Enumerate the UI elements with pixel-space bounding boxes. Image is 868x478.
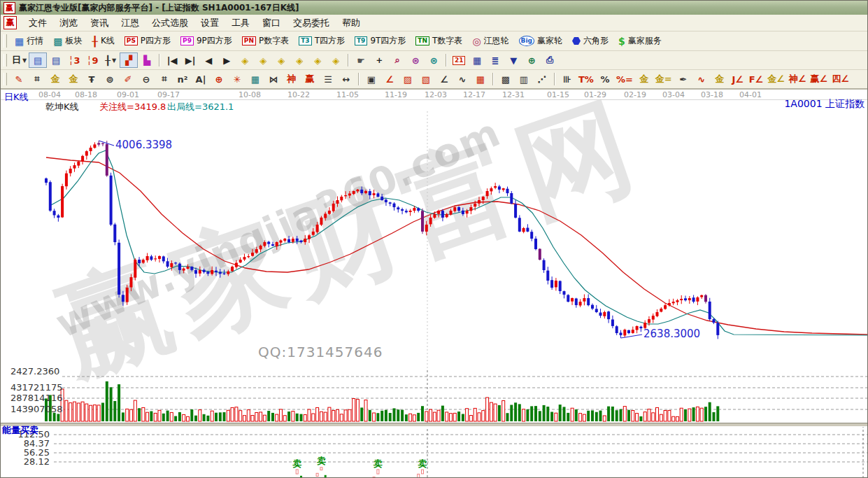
toolbar-winner-wheel-button[interactable]: Big赢家轮 <box>514 33 567 49</box>
zoom-right-icon[interactable]: ◈ <box>254 52 272 68</box>
toolbar-grip[interactable] <box>3 34 7 48</box>
volume-ruler-icon[interactable]: ⊪ <box>558 71 576 87</box>
mirror-icon[interactable]: A| <box>192 71 210 87</box>
chip-distribution2-icon[interactable]: ⊛ <box>425 52 443 68</box>
menu-item-设置[interactable]: 设置 <box>194 15 225 31</box>
bars-3-icon[interactable]: ╎3 <box>65 52 83 68</box>
width-arrow-icon[interactable]: ↔ <box>337 71 355 87</box>
menu-item-江恩[interactable]: 江恩 <box>115 15 145 31</box>
period-day-button[interactable]: 日▼ <box>10 52 29 68</box>
percent-icon[interactable]: % <box>596 71 614 87</box>
crosshair-icon[interactable]: ＋ <box>370 52 388 68</box>
calculator-icon[interactable]: ▦ <box>468 52 486 68</box>
network-icon[interactable]: ⊕ <box>522 52 541 68</box>
title-bar[interactable]: 赢 赢家江恩专业版[赢家内部服务平台] - [上证指数 SH1A0001-167… <box>1 1 867 15</box>
ying-tool-icon[interactable]: 赢 <box>301 71 319 87</box>
calendar-icon[interactable]: 21 <box>450 52 468 68</box>
toolbar-winner-service-button[interactable]: $赢家服务 <box>613 33 667 49</box>
j-angle-icon[interactable]: J∠ <box>729 71 747 87</box>
corner-grid-icon[interactable]: ▩ <box>497 71 515 87</box>
grid-box-icon[interactable]: ▦ <box>246 71 264 87</box>
toolbar-9t-square-button[interactable]: T99T四方形 <box>350 33 411 49</box>
menu-item-公式选股[interactable]: 公式选股 <box>145 15 194 31</box>
percent-line-icon[interactable]: %= <box>614 71 635 87</box>
chart-region[interactable]: 赢家财富网 www.yingjia360.com 08-0408-1809-01… <box>1 89 868 478</box>
toolbar-p-table-button[interactable]: PNP数字表 <box>237 33 294 49</box>
si-angle-icon[interactable]: 四∠ <box>830 71 851 87</box>
indicator-pane-divider[interactable] <box>1 423 868 427</box>
crosshair-circle-icon[interactable]: ⊕ <box>210 71 228 87</box>
toolbar-t-table-button[interactable]: TNT数字表 <box>411 33 467 49</box>
angle-line-icon[interactable]: ∠ <box>435 71 453 87</box>
last-page-icon[interactable]: ▶| <box>181 52 199 68</box>
candle-style-icon[interactable]: ╂▼ <box>101 52 120 68</box>
t-percent-icon[interactable]: T% <box>576 71 596 87</box>
red-pen-icon[interactable]: ✐ <box>119 71 137 87</box>
chip-distribution-icon[interactable]: ⊛ <box>406 52 425 68</box>
pattern-icon[interactable]: ▞ <box>120 52 138 68</box>
grid-ruler-icon[interactable]: ⌗ <box>155 71 173 87</box>
bars-9-icon[interactable]: ╎9 <box>83 52 101 68</box>
f-angle-icon[interactable]: F∠ <box>747 71 766 87</box>
menu-item-浏览[interactable]: 浏览 <box>53 15 84 31</box>
shen-angle-icon[interactable]: 神∠ <box>787 71 809 87</box>
slant-lines-icon[interactable]: ⋰ <box>533 71 551 87</box>
toolbar-hexagon-button[interactable]: 六角形 <box>567 33 613 49</box>
zoom-v-expand-icon[interactable]: ◈ <box>308 52 327 68</box>
toolbar-grip[interactable] <box>3 54 7 66</box>
box-fan-icon[interactable]: ▨ <box>399 71 417 87</box>
toolbar-9p-square-button[interactable]: P99P四方形 <box>176 33 237 49</box>
info-panel-icon[interactable]: ▤ <box>47 52 65 68</box>
menu-item-文件[interactable]: 文件 <box>22 15 53 31</box>
shen-tool-icon[interactable]: 神 <box>283 71 301 87</box>
corner-grid2-icon[interactable]: ▥ <box>515 71 533 87</box>
toolbar-gann-wheel-button[interactable]: ◎江恩轮 <box>467 33 513 49</box>
ying-angle-icon[interactable]: 赢∠ <box>809 71 830 87</box>
n-square-icon[interactable]: n² <box>173 71 192 87</box>
scale-ruler-icon[interactable]: ⌗ <box>28 71 46 87</box>
snowflake-icon[interactable]: ✳ <box>228 71 246 87</box>
zoom-all-icon[interactable]: ◈ <box>327 52 345 68</box>
ruler-123-icon[interactable]: ☰ <box>319 71 337 87</box>
drag-hand-icon[interactable]: ☛ <box>352 52 370 68</box>
wave-line-icon[interactable]: ∿ <box>453 71 471 87</box>
gold-angle-icon[interactable]: 金∠ <box>765 71 787 87</box>
gold-line2-icon[interactable]: 金 <box>64 71 83 87</box>
wave-band-icon[interactable]: ∿ <box>692 71 711 87</box>
menu-item-帮助[interactable]: 帮助 <box>336 15 367 31</box>
menu-item-资讯[interactable]: 资讯 <box>84 15 115 31</box>
menu-item-窗口[interactable]: 窗口 <box>256 15 287 31</box>
gold-line-icon[interactable]: 金 <box>46 71 64 87</box>
menu-item-交易委托[interactable]: 交易委托 <box>287 15 336 31</box>
prev-page-icon[interactable]: ◀ <box>199 52 218 68</box>
zigzag-icon[interactable]: ⋈ <box>264 71 283 87</box>
chart-layout-icon[interactable]: ▤ <box>29 52 47 68</box>
toolbar-grip[interactable] <box>3 73 7 85</box>
f-line-icon[interactable]: Ŧ <box>83 71 101 87</box>
fan-lines-icon[interactable]: ∠ <box>380 71 399 87</box>
toolbar-t-square-button[interactable]: T3T四方形 <box>294 33 350 49</box>
spiral-icon[interactable]: ⊚ <box>101 71 119 87</box>
gold-circle-icon[interactable]: 金 <box>635 71 653 87</box>
circle-ruler-icon[interactable]: ⊖ <box>137 71 155 87</box>
next-page-icon[interactable]: ▶ <box>218 52 236 68</box>
toolbar-kline-button[interactable]: ╂K线 <box>87 33 119 49</box>
dense-grid-icon[interactable]: ▦ <box>471 71 490 87</box>
gold-level-icon[interactable]: 金= <box>653 71 674 87</box>
toolbar-quotes-button[interactable]: ▦行情 <box>10 33 48 49</box>
toolbar-sectors-button[interactable]: ▩板块 <box>48 33 87 49</box>
zoom-h-shrink-icon[interactable]: ◈ <box>290 52 308 68</box>
print-icon[interactable]: ⎙ <box>541 52 559 68</box>
menu-item-工具[interactable]: 工具 <box>225 15 256 31</box>
brush-icon[interactable]: ✎ <box>10 71 28 87</box>
toolbar-p-square-button[interactable]: PSP四方形 <box>120 33 176 49</box>
box-fan2-icon[interactable]: ▧ <box>417 71 435 87</box>
save-icon[interactable]: ▼ <box>504 52 522 68</box>
zoom-h-expand-icon[interactable]: ◈ <box>272 52 290 68</box>
magnifier-icon[interactable]: ⌕ <box>388 52 406 68</box>
notes-icon[interactable]: ≣ <box>486 52 504 68</box>
gold-underline-icon[interactable]: 金 <box>711 71 729 87</box>
marker-pen-icon[interactable]: ✒ <box>674 71 692 87</box>
rect-measure-icon[interactable]: ▣ <box>362 71 380 87</box>
zoom-left-icon[interactable]: ◈ <box>236 52 254 68</box>
